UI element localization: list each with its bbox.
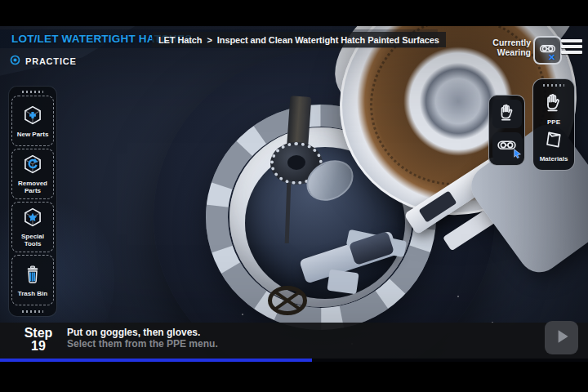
hamburger-bar [561,45,582,48]
inventory-item-materials[interactable]: Materials [540,128,568,163]
hexagon-plus-icon [22,105,43,129]
drag-handle-icon[interactable] [543,84,564,87]
drag-handle-icon[interactable] [22,91,43,93]
sidebar-item-new-parts[interactable]: New Parts [11,96,54,146]
sidebar-item-label: Removed Parts [13,180,52,194]
materials-icon [542,128,565,154]
breadcrumb-task: Inspect and Clean Watertight Hatch Paint… [217,35,439,45]
viewport-3d[interactable] [0,26,588,362]
dust-speck [242,314,243,315]
linkage-bracket [327,270,359,295]
sidebar-item-label: Trash Bin [13,290,52,297]
mode-indicator: PRACTICE [10,54,77,69]
step-label: Step [15,327,62,340]
hamburger-menu-icon[interactable] [561,39,582,54]
trash-icon [22,264,43,288]
sidebar-item-label: Special Tools [13,233,52,247]
currently-wearing-label: Currently Wearing [479,38,531,57]
breadcrumb: LET Hatch > Inspect and Clean Watertight… [152,32,446,47]
practice-target-icon [10,54,20,69]
sidebar-item-removed-parts[interactable]: Removed Parts [11,149,54,199]
flange-hub [287,155,305,170]
ppe-gloves-option[interactable] [492,100,522,128]
sidebar-item-special-tools[interactable]: Special Tools [11,202,54,252]
instruction-secondary: Select them from the PPE menu. [67,338,218,350]
ppe-flyout-panel [488,95,525,166]
progress-bar-fill [0,359,312,362]
breadcrumb-module: LET Hatch [158,35,203,45]
step-indicator: Step 19 [15,327,62,353]
breadcrumb-separator-icon: > [207,35,212,45]
mouse-cursor-icon [513,147,523,162]
hexagon-refresh-icon [22,154,43,178]
gloves-icon [497,102,518,127]
inventory-item-label: Materials [540,155,568,163]
inventory-item-label: PPE [547,118,560,126]
hamburger-bar [561,51,582,54]
instruction-primary: Put on goggles, then gloves. [67,327,200,338]
remove-wearing-icon[interactable]: ✕ [548,52,555,63]
hamburger-bar [561,39,582,42]
play-button[interactable] [545,321,578,354]
gloves-icon [542,91,565,118]
drag-handle-icon[interactable] [22,310,43,313]
hexagon-star-icon [22,207,43,231]
parts-sidebar: New Parts Removed Parts S [9,87,56,316]
play-icon [552,327,572,350]
sidebar-item-label: New Parts [13,131,52,138]
sidebar-item-trash-bin[interactable]: Trash Bin [11,255,54,305]
inventory-panel: PPE Materials [532,78,575,171]
progress-bar-track [0,359,588,362]
inventory-item-ppe[interactable]: PPE [542,91,565,126]
mode-label: PRACTICE [25,56,77,66]
ppe-goggles-option[interactable] [492,132,522,161]
dust-speck [457,296,459,297]
step-number: 19 [15,340,62,353]
app-window: LOT/LET WATERTIGHT HATCHES LET Hatch > I… [0,0,588,392]
